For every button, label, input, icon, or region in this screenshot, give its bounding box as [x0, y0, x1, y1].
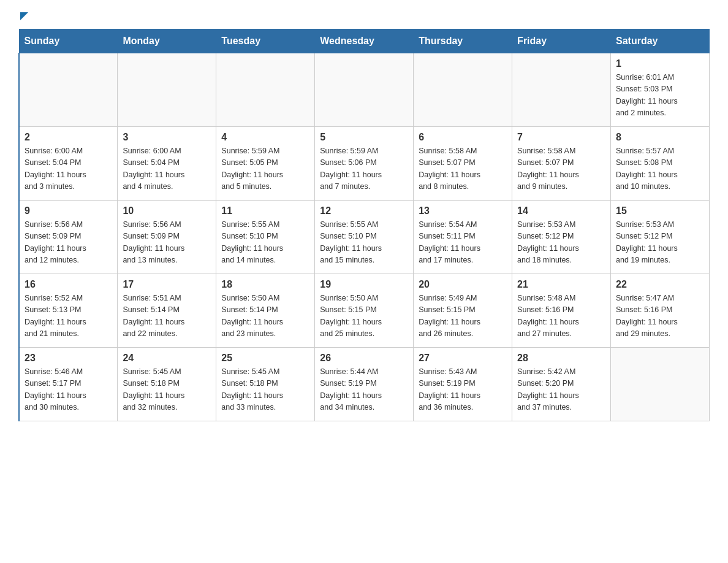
day-number: 27: [419, 353, 507, 364]
calendar-cell: [315, 53, 414, 127]
day-number: 10: [123, 205, 211, 216]
day-number: 12: [320, 205, 408, 216]
logo-arrow-icon: [20, 12, 28, 20]
weekday-header-wednesday: Wednesday: [315, 29, 414, 53]
day-number: 23: [25, 353, 112, 364]
weekday-header-thursday: Thursday: [414, 29, 512, 53]
calendar-cell: [512, 53, 611, 127]
day-info: Sunrise: 5:50 AMSunset: 5:14 PMDaylight:…: [221, 293, 309, 340]
weekday-header-monday: Monday: [118, 29, 216, 53]
day-number: 17: [123, 279, 211, 290]
calendar-cell: 20Sunrise: 5:49 AMSunset: 5:15 PMDayligh…: [414, 274, 512, 348]
calendar-week-4: 16Sunrise: 5:52 AMSunset: 5:13 PMDayligh…: [19, 274, 710, 348]
calendar-cell: 13Sunrise: 5:54 AMSunset: 5:11 PMDayligh…: [414, 201, 512, 274]
day-number: 22: [616, 279, 704, 290]
day-info: Sunrise: 5:45 AMSunset: 5:18 PMDaylight:…: [221, 366, 309, 414]
day-number: 9: [25, 205, 112, 216]
calendar-cell: 5Sunrise: 5:59 AMSunset: 5:06 PMDaylight…: [315, 127, 414, 201]
day-info: Sunrise: 5:56 AMSunset: 5:09 PMDaylight:…: [123, 219, 211, 267]
day-number: 1: [616, 58, 704, 69]
calendar-cell: 8Sunrise: 5:57 AMSunset: 5:08 PMDaylight…: [611, 127, 710, 201]
day-number: 25: [221, 353, 309, 364]
day-info: Sunrise: 5:53 AMSunset: 5:12 PMDaylight:…: [616, 219, 704, 267]
calendar-cell: 27Sunrise: 5:43 AMSunset: 5:19 PMDayligh…: [414, 348, 512, 421]
calendar-cell: 3Sunrise: 6:00 AMSunset: 5:04 PMDaylight…: [118, 127, 216, 201]
day-number: 11: [221, 205, 309, 216]
day-info: Sunrise: 5:44 AMSunset: 5:19 PMDaylight:…: [320, 366, 408, 414]
day-number: 6: [419, 132, 507, 143]
day-number: 21: [517, 279, 605, 290]
calendar-cell: 1Sunrise: 6:01 AMSunset: 5:03 PMDaylight…: [611, 53, 710, 127]
day-info: Sunrise: 5:54 AMSunset: 5:11 PMDaylight:…: [419, 219, 507, 267]
day-info: Sunrise: 6:00 AMSunset: 5:04 PMDaylight:…: [25, 145, 112, 193]
day-info: Sunrise: 6:00 AMSunset: 5:04 PMDaylight:…: [123, 145, 211, 193]
calendar-cell: 4Sunrise: 5:59 AMSunset: 5:05 PMDaylight…: [216, 127, 315, 201]
calendar-week-5: 23Sunrise: 5:46 AMSunset: 5:17 PMDayligh…: [19, 348, 710, 421]
day-number: 16: [25, 279, 112, 290]
day-number: 4: [221, 132, 309, 143]
day-info: Sunrise: 5:53 AMSunset: 5:12 PMDaylight:…: [517, 219, 605, 267]
day-number: 8: [616, 132, 704, 143]
weekday-row: SundayMondayTuesdayWednesdayThursdayFrid…: [19, 29, 710, 53]
calendar-cell: 22Sunrise: 5:47 AMSunset: 5:16 PMDayligh…: [611, 274, 710, 348]
calendar-week-2: 2Sunrise: 6:00 AMSunset: 5:04 PMDaylight…: [19, 127, 710, 201]
calendar-cell: 2Sunrise: 6:00 AMSunset: 5:04 PMDaylight…: [19, 127, 118, 201]
calendar-cell: 23Sunrise: 5:46 AMSunset: 5:17 PMDayligh…: [19, 348, 118, 421]
day-info: Sunrise: 5:52 AMSunset: 5:13 PMDaylight:…: [25, 293, 112, 340]
day-info: Sunrise: 5:57 AMSunset: 5:08 PMDaylight:…: [616, 145, 704, 193]
day-info: Sunrise: 5:49 AMSunset: 5:15 PMDaylight:…: [419, 293, 507, 340]
calendar-cell: 24Sunrise: 5:45 AMSunset: 5:18 PMDayligh…: [118, 348, 216, 421]
calendar-cell: [19, 53, 118, 127]
day-info: Sunrise: 5:42 AMSunset: 5:20 PMDaylight:…: [517, 366, 605, 414]
day-info: Sunrise: 5:59 AMSunset: 5:05 PMDaylight:…: [221, 145, 309, 193]
day-info: Sunrise: 5:59 AMSunset: 5:06 PMDaylight:…: [320, 145, 408, 193]
day-info: Sunrise: 5:45 AMSunset: 5:18 PMDaylight:…: [123, 366, 211, 414]
calendar-table: SundayMondayTuesdayWednesdayThursdayFrid…: [18, 29, 710, 421]
calendar-cell: 9Sunrise: 5:56 AMSunset: 5:09 PMDaylight…: [19, 201, 118, 274]
weekday-header-friday: Friday: [512, 29, 611, 53]
day-number: 7: [517, 132, 605, 143]
day-number: 18: [221, 279, 309, 290]
day-number: 15: [616, 205, 704, 216]
day-number: 14: [517, 205, 605, 216]
calendar-week-1: 1Sunrise: 6:01 AMSunset: 5:03 PMDaylight…: [19, 53, 710, 127]
calendar-cell: 11Sunrise: 5:55 AMSunset: 5:10 PMDayligh…: [216, 201, 315, 274]
day-info: Sunrise: 5:56 AMSunset: 5:09 PMDaylight:…: [25, 219, 112, 267]
day-info: Sunrise: 5:47 AMSunset: 5:16 PMDaylight:…: [616, 293, 704, 340]
day-number: 5: [320, 132, 408, 143]
day-info: Sunrise: 6:01 AMSunset: 5:03 PMDaylight:…: [616, 72, 704, 120]
calendar-cell: 15Sunrise: 5:53 AMSunset: 5:12 PMDayligh…: [611, 201, 710, 274]
day-info: Sunrise: 5:55 AMSunset: 5:10 PMDaylight:…: [320, 219, 408, 267]
day-info: Sunrise: 5:51 AMSunset: 5:14 PMDaylight:…: [123, 293, 211, 340]
calendar-cell: 25Sunrise: 5:45 AMSunset: 5:18 PMDayligh…: [216, 348, 315, 421]
day-number: 3: [123, 132, 211, 143]
logo-text: [18, 12, 28, 20]
day-number: 19: [320, 279, 408, 290]
calendar-cell: 10Sunrise: 5:56 AMSunset: 5:09 PMDayligh…: [118, 201, 216, 274]
page-header: [18, 12, 710, 18]
logo: [18, 12, 28, 18]
calendar-cell: 21Sunrise: 5:48 AMSunset: 5:16 PMDayligh…: [512, 274, 611, 348]
calendar-body: 1Sunrise: 6:01 AMSunset: 5:03 PMDaylight…: [19, 53, 710, 421]
calendar-week-3: 9Sunrise: 5:56 AMSunset: 5:09 PMDaylight…: [19, 201, 710, 274]
calendar-cell: 6Sunrise: 5:58 AMSunset: 5:07 PMDaylight…: [414, 127, 512, 201]
calendar-cell: 28Sunrise: 5:42 AMSunset: 5:20 PMDayligh…: [512, 348, 611, 421]
calendar-cell: 17Sunrise: 5:51 AMSunset: 5:14 PMDayligh…: [118, 274, 216, 348]
calendar-cell: [611, 348, 710, 421]
day-number: 20: [419, 279, 507, 290]
calendar-cell: 16Sunrise: 5:52 AMSunset: 5:13 PMDayligh…: [19, 274, 118, 348]
day-info: Sunrise: 5:55 AMSunset: 5:10 PMDaylight:…: [221, 219, 309, 267]
calendar-cell: [414, 53, 512, 127]
weekday-header-sunday: Sunday: [19, 29, 118, 53]
weekday-header-tuesday: Tuesday: [216, 29, 315, 53]
calendar-cell: [216, 53, 315, 127]
calendar-header: SundayMondayTuesdayWednesdayThursdayFrid…: [19, 29, 710, 53]
day-info: Sunrise: 5:58 AMSunset: 5:07 PMDaylight:…: [419, 145, 507, 193]
calendar-cell: 12Sunrise: 5:55 AMSunset: 5:10 PMDayligh…: [315, 201, 414, 274]
day-info: Sunrise: 5:58 AMSunset: 5:07 PMDaylight:…: [517, 145, 605, 193]
day-info: Sunrise: 5:46 AMSunset: 5:17 PMDaylight:…: [25, 366, 112, 414]
day-number: 26: [320, 353, 408, 364]
calendar-cell: 7Sunrise: 5:58 AMSunset: 5:07 PMDaylight…: [512, 127, 611, 201]
day-info: Sunrise: 5:50 AMSunset: 5:15 PMDaylight:…: [320, 293, 408, 340]
day-number: 24: [123, 353, 211, 364]
